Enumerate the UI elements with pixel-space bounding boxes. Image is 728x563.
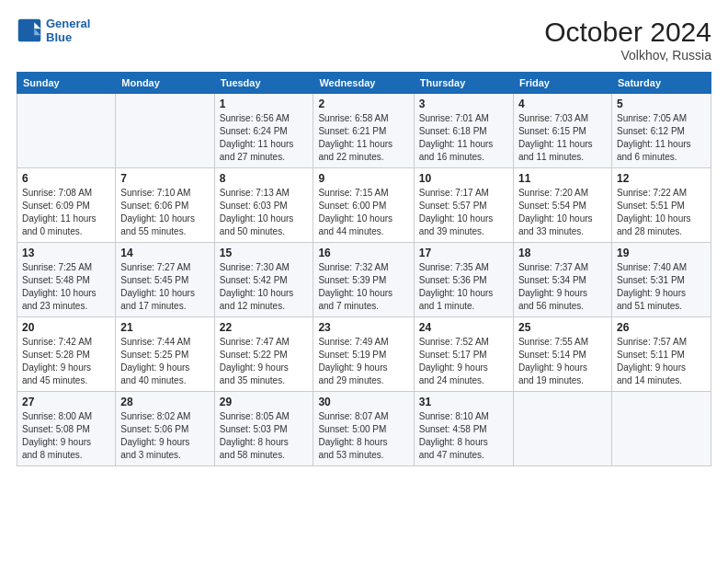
calendar-cell: 20Sunrise: 7:42 AM Sunset: 5:28 PM Dayli… <box>17 317 116 392</box>
day-number: 31 <box>419 396 508 408</box>
day-number: 5 <box>617 98 706 110</box>
day-number: 9 <box>318 172 408 185</box>
day-number: 13 <box>22 247 110 259</box>
cell-info: Sunrise: 8:00 AM Sunset: 5:08 PM Dayligh… <box>22 410 110 462</box>
day-number: 3 <box>419 98 508 110</box>
calendar-cell: 6Sunrise: 7:08 AM Sunset: 6:09 PM Daylig… <box>17 168 116 243</box>
cell-info: Sunrise: 7:10 AM Sunset: 6:06 PM Dayligh… <box>120 187 209 238</box>
calendar-cell: 31Sunrise: 8:10 AM Sunset: 4:58 PM Dayli… <box>414 392 513 466</box>
logo-text: General Blue <box>46 17 90 44</box>
cell-info: Sunrise: 7:44 AM Sunset: 5:25 PM Dayligh… <box>120 336 209 387</box>
cell-info: Sunrise: 7:35 AM Sunset: 5:36 PM Dayligh… <box>419 261 508 313</box>
calendar-cell: 23Sunrise: 7:49 AM Sunset: 5:19 PM Dayli… <box>313 317 414 392</box>
cell-info: Sunrise: 7:08 AM Sunset: 6:09 PM Dayligh… <box>22 187 110 238</box>
calendar-cell: 30Sunrise: 8:07 AM Sunset: 5:00 PM Dayli… <box>313 392 414 466</box>
calendar-cell: 22Sunrise: 7:47 AM Sunset: 5:22 PM Dayli… <box>214 317 313 392</box>
day-number: 21 <box>120 321 209 334</box>
day-number: 29 <box>220 396 309 408</box>
day-number: 11 <box>518 172 607 185</box>
week-row-4: 20Sunrise: 7:42 AM Sunset: 5:28 PM Dayli… <box>17 317 711 392</box>
location: Volkhov, Russia <box>544 48 711 63</box>
day-number: 12 <box>617 172 706 185</box>
svg-rect-0 <box>18 19 41 42</box>
calendar-cell: 4Sunrise: 7:03 AM Sunset: 6:15 PM Daylig… <box>513 94 611 168</box>
cell-info: Sunrise: 8:02 AM Sunset: 5:06 PM Dayligh… <box>120 410 209 462</box>
cell-info: Sunrise: 7:25 AM Sunset: 5:48 PM Dayligh… <box>22 261 110 313</box>
month-title: October 2024 <box>544 17 711 48</box>
calendar-cell: 26Sunrise: 7:57 AM Sunset: 5:11 PM Dayli… <box>611 317 711 392</box>
col-thursday: Thursday <box>414 73 513 94</box>
calendar-cell: 25Sunrise: 7:55 AM Sunset: 5:14 PM Dayli… <box>513 317 611 392</box>
calendar-cell: 9Sunrise: 7:15 AM Sunset: 6:00 PM Daylig… <box>313 168 414 243</box>
calendar-cell <box>513 392 611 466</box>
cell-info: Sunrise: 8:07 AM Sunset: 5:00 PM Dayligh… <box>318 410 408 462</box>
day-number: 27 <box>22 396 110 408</box>
cell-info: Sunrise: 6:58 AM Sunset: 6:21 PM Dayligh… <box>318 112 408 164</box>
cell-info: Sunrise: 7:40 AM Sunset: 5:31 PM Dayligh… <box>617 261 706 313</box>
calendar-cell: 10Sunrise: 7:17 AM Sunset: 5:57 PM Dayli… <box>414 168 513 243</box>
page: General Blue October 2024 Volkhov, Russi… <box>0 0 728 563</box>
week-row-2: 6Sunrise: 7:08 AM Sunset: 6:09 PM Daylig… <box>17 168 711 243</box>
calendar-cell: 8Sunrise: 7:13 AM Sunset: 6:03 PM Daylig… <box>214 168 313 243</box>
calendar: Sunday Monday Tuesday Wednesday Thursday… <box>17 72 711 466</box>
day-number: 15 <box>220 247 309 259</box>
cell-info: Sunrise: 8:10 AM Sunset: 4:58 PM Dayligh… <box>419 410 508 462</box>
day-number: 18 <box>518 247 607 259</box>
day-number: 23 <box>318 321 408 334</box>
col-monday: Monday <box>116 73 214 94</box>
logo: General Blue <box>17 17 90 44</box>
cell-info: Sunrise: 7:27 AM Sunset: 5:45 PM Dayligh… <box>120 261 209 313</box>
header-row: Sunday Monday Tuesday Wednesday Thursday… <box>17 73 711 94</box>
day-number: 25 <box>518 321 607 334</box>
calendar-cell: 13Sunrise: 7:25 AM Sunset: 5:48 PM Dayli… <box>17 243 116 317</box>
cell-info: Sunrise: 7:17 AM Sunset: 5:57 PM Dayligh… <box>419 187 508 238</box>
calendar-cell: 27Sunrise: 8:00 AM Sunset: 5:08 PM Dayli… <box>17 392 116 466</box>
day-number: 16 <box>318 247 408 259</box>
calendar-cell: 24Sunrise: 7:52 AM Sunset: 5:17 PM Dayli… <box>414 317 513 392</box>
day-number: 8 <box>220 172 309 185</box>
calendar-cell: 12Sunrise: 7:22 AM Sunset: 5:51 PM Dayli… <box>611 168 711 243</box>
cell-info: Sunrise: 8:05 AM Sunset: 5:03 PM Dayligh… <box>220 410 309 462</box>
calendar-cell <box>611 392 711 466</box>
cell-info: Sunrise: 7:42 AM Sunset: 5:28 PM Dayligh… <box>22 336 110 387</box>
day-number: 6 <box>22 172 110 185</box>
calendar-cell: 2Sunrise: 6:58 AM Sunset: 6:21 PM Daylig… <box>313 94 414 168</box>
calendar-cell: 3Sunrise: 7:01 AM Sunset: 6:18 PM Daylig… <box>414 94 513 168</box>
day-number: 20 <box>22 321 110 334</box>
day-number: 1 <box>220 98 309 110</box>
cell-info: Sunrise: 7:20 AM Sunset: 5:54 PM Dayligh… <box>518 187 607 238</box>
calendar-cell: 5Sunrise: 7:05 AM Sunset: 6:12 PM Daylig… <box>611 94 711 168</box>
calendar-cell: 19Sunrise: 7:40 AM Sunset: 5:31 PM Dayli… <box>611 243 711 317</box>
cell-info: Sunrise: 7:03 AM Sunset: 6:15 PM Dayligh… <box>518 112 607 164</box>
calendar-cell: 28Sunrise: 8:02 AM Sunset: 5:06 PM Dayli… <box>116 392 214 466</box>
cell-info: Sunrise: 7:13 AM Sunset: 6:03 PM Dayligh… <box>220 187 309 238</box>
cell-info: Sunrise: 7:22 AM Sunset: 5:51 PM Dayligh… <box>617 187 706 238</box>
cell-info: Sunrise: 7:01 AM Sunset: 6:18 PM Dayligh… <box>419 112 508 164</box>
calendar-cell: 17Sunrise: 7:35 AM Sunset: 5:36 PM Dayli… <box>414 243 513 317</box>
cell-info: Sunrise: 7:55 AM Sunset: 5:14 PM Dayligh… <box>518 336 607 387</box>
cell-info: Sunrise: 7:52 AM Sunset: 5:17 PM Dayligh… <box>419 336 508 387</box>
cell-info: Sunrise: 7:15 AM Sunset: 6:00 PM Dayligh… <box>318 187 408 238</box>
calendar-cell: 14Sunrise: 7:27 AM Sunset: 5:45 PM Dayli… <box>116 243 214 317</box>
day-number: 14 <box>120 247 209 259</box>
day-number: 30 <box>318 396 408 408</box>
day-number: 17 <box>419 247 508 259</box>
day-number: 28 <box>120 396 209 408</box>
calendar-cell <box>116 94 214 168</box>
day-number: 22 <box>220 321 309 334</box>
day-number: 24 <box>419 321 508 334</box>
calendar-cell: 7Sunrise: 7:10 AM Sunset: 6:06 PM Daylig… <box>116 168 214 243</box>
day-number: 7 <box>120 172 209 185</box>
day-number: 19 <box>617 247 706 259</box>
week-row-1: 1Sunrise: 6:56 AM Sunset: 6:24 PM Daylig… <box>17 94 711 168</box>
calendar-cell: 18Sunrise: 7:37 AM Sunset: 5:34 PM Dayli… <box>513 243 611 317</box>
header: General Blue October 2024 Volkhov, Russi… <box>17 17 711 63</box>
cell-info: Sunrise: 7:57 AM Sunset: 5:11 PM Dayligh… <box>617 336 706 387</box>
cell-info: Sunrise: 7:32 AM Sunset: 5:39 PM Dayligh… <box>318 261 408 313</box>
calendar-cell: 29Sunrise: 8:05 AM Sunset: 5:03 PM Dayli… <box>214 392 313 466</box>
calendar-cell <box>17 94 116 168</box>
day-number: 2 <box>318 98 408 110</box>
week-row-5: 27Sunrise: 8:00 AM Sunset: 5:08 PM Dayli… <box>17 392 711 466</box>
title-block: October 2024 Volkhov, Russia <box>544 17 711 63</box>
col-sunday: Sunday <box>17 73 116 94</box>
